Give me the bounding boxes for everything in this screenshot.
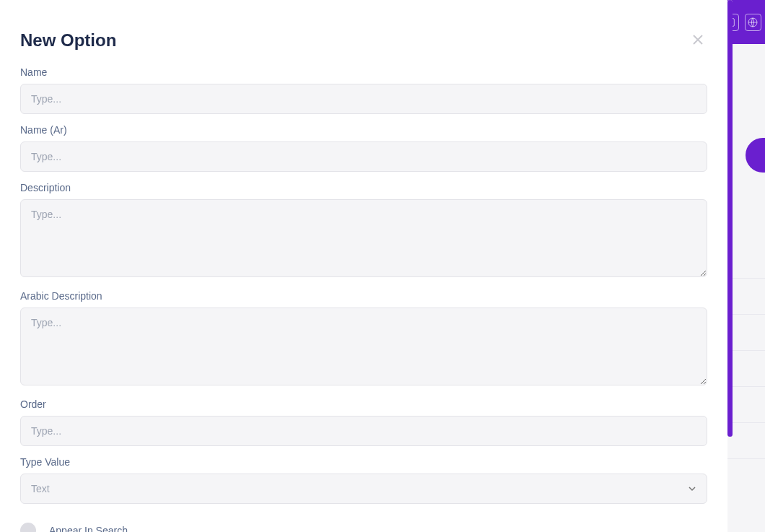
language-icon[interactable]	[745, 14, 762, 31]
type-value-label: Type Value	[20, 456, 707, 468]
description-textarea[interactable]	[20, 199, 707, 277]
description-label: Description	[20, 182, 707, 193]
list-item	[727, 351, 765, 387]
name-group: Name	[20, 66, 707, 114]
type-value-group: Type Value Text	[20, 456, 707, 504]
arabic-description-label: Arabic Description	[20, 290, 707, 302]
new-option-modal: New Option Name Name (Ar) Description Ar…	[0, 0, 727, 532]
name-ar-input[interactable]	[20, 141, 707, 172]
list-item	[727, 387, 765, 423]
modal-title: New Option	[20, 30, 116, 51]
background-panel	[727, 44, 765, 532]
type-value-select[interactable]: Text	[20, 474, 707, 504]
modal-header: New Option	[0, 0, 727, 66]
appear-in-search-label: Appear In Search	[49, 525, 128, 532]
floating-action-button[interactable]	[746, 138, 765, 173]
close-button[interactable]	[688, 29, 707, 52]
close-icon	[691, 33, 704, 46]
order-label: Order	[20, 398, 707, 410]
name-ar-label: Name (Ar)	[20, 124, 707, 136]
appear-in-search-row: Appear In Search	[20, 514, 707, 532]
scrollbar-thumb[interactable]	[727, 0, 733, 437]
name-input[interactable]	[20, 84, 707, 114]
name-ar-group: Name (Ar)	[20, 124, 707, 172]
name-label: Name	[20, 66, 707, 78]
arabic-description-textarea[interactable]	[20, 308, 707, 385]
list-item	[727, 243, 765, 279]
order-group: Order	[20, 398, 707, 446]
order-input[interactable]	[20, 416, 707, 446]
appear-in-search-toggle[interactable]	[20, 523, 36, 532]
list-item	[727, 315, 765, 351]
arabic-description-group: Arabic Description	[20, 290, 707, 388]
modal-body: Name Name (Ar) Description Arabic Descri…	[0, 66, 727, 532]
background-list	[727, 243, 765, 459]
list-item	[727, 423, 765, 459]
list-item	[727, 279, 765, 315]
description-group: Description	[20, 182, 707, 280]
